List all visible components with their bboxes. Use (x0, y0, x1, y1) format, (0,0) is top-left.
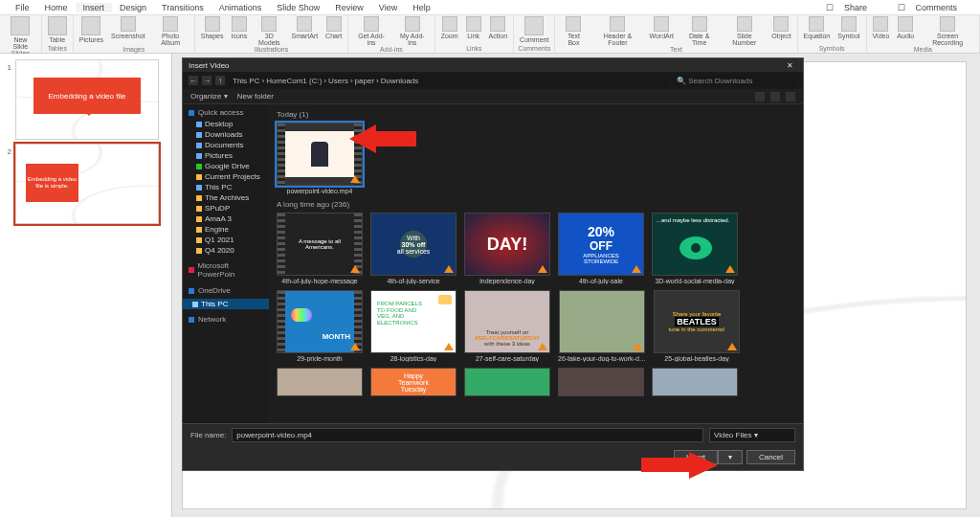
help-icon[interactable] (786, 92, 795, 101)
nav-forward-button[interactable]: → (202, 76, 212, 85)
action-button[interactable]: Action (487, 16, 509, 39)
file-type-filter[interactable]: Video Files ▾ (709, 428, 795, 442)
tab-animations[interactable]: Animations (212, 3, 270, 12)
sidebar-powerpoint[interactable]: Microsoft PowerPoin (183, 259, 269, 281)
icons-button[interactable]: Icons (229, 16, 249, 39)
tab-insert[interactable]: Insert (76, 3, 113, 12)
table-button[interactable]: Table (46, 16, 69, 43)
video-button[interactable]: Video (871, 16, 892, 39)
share-button[interactable]: ☐ Share (818, 3, 882, 12)
sidebar-item-desktop[interactable]: Desktop (183, 119, 269, 129)
breadcrumb[interactable]: This PC› HomeCom1 (C:)› Users› paper› Do… (229, 75, 669, 87)
tab-view[interactable]: View (371, 3, 405, 12)
view-icon[interactable] (755, 92, 765, 101)
file-tile[interactable]: Treat yourself on#SELFCARESATURDAYwith t… (464, 290, 550, 362)
textbox-button[interactable]: Text Box (559, 16, 588, 46)
screen-recording-button[interactable]: Screen Recording (920, 16, 975, 46)
annotation-arrow-file (349, 124, 416, 153)
sidebar-item-archives[interactable]: The Archives (183, 192, 269, 203)
tab-home[interactable]: Home (37, 3, 76, 12)
nav-up-button[interactable]: ↑ (215, 76, 225, 85)
dialog-sidebar: Quick access Desktop Downloads Documents… (183, 104, 269, 423)
sidebar-onedrive[interactable]: OneDrive (183, 284, 269, 297)
slide-thumbnail-1[interactable]: Embedding a video file (15, 59, 159, 140)
view-large-icon[interactable] (770, 92, 780, 101)
audio-button[interactable]: Audio (895, 16, 916, 39)
sidebar-item-pictures[interactable]: Pictures (183, 150, 269, 161)
file-tile[interactable]: Happy Teamwork Tuesday (370, 368, 457, 396)
sidebar-item-q1[interactable]: Q1 2021 (183, 235, 269, 245)
quick-access-header[interactable]: Quick access (183, 106, 269, 119)
slide-number-button[interactable]: Slide Number (723, 16, 766, 46)
insert-dropdown-button[interactable]: ▾ (718, 450, 743, 464)
sidebar-item-documents[interactable]: Documents (183, 140, 269, 150)
file-tile[interactable] (558, 368, 644, 396)
file-tile[interactable]: MONTH29-pride-month (277, 290, 363, 362)
file-tile[interactable]: 20%OFFAPPLIANCESSTOREWIDE4th-of-july-sal… (558, 213, 644, 284)
comments-button[interactable]: ☐ Comments (890, 3, 972, 12)
screenshot-button[interactable]: Screenshot (109, 16, 146, 39)
sidebar-item-spudp[interactable]: SPuDP (183, 203, 269, 214)
section-old: A long time ago (236) (277, 200, 795, 209)
date-time-button[interactable]: Date & Time (679, 16, 719, 46)
tab-slideshow[interactable]: Slide Show (269, 3, 327, 12)
photo-album-button[interactable]: Photo Album (151, 16, 190, 46)
tab-help[interactable]: Help (405, 3, 438, 12)
insert-video-dialog: Insert Video ✕ ← → ↑ This PC› HomeCom1 (… (182, 57, 804, 471)
file-tile[interactable] (464, 368, 550, 396)
pictures-button[interactable]: Pictures (78, 16, 105, 43)
cancel-button[interactable]: Cancel (746, 450, 795, 464)
tab-file[interactable]: File (8, 3, 37, 12)
slide-2-text: Embedding a video file is simple. (26, 164, 78, 202)
sidebar-item-thispc-q[interactable]: This PC (183, 182, 269, 192)
file-tile[interactable] (652, 368, 738, 396)
new-slide-button[interactable]: New Slide (4, 16, 37, 50)
slide-thumbnails-panel: 1 Embedding a video file 2 Embedding a v… (0, 54, 172, 517)
header-footer-button[interactable]: Header & Footer (591, 16, 643, 46)
new-folder-button[interactable]: New folder (237, 92, 274, 101)
link-button[interactable]: Link (464, 16, 483, 39)
file-tile[interactable]: FROM PARCELSTO FOOD ANDVEG, ANDELECTRONI… (370, 290, 457, 362)
ribbon-tabs: File Home Insert Design Transitions Anim… (0, 0, 980, 15)
file-tile[interactable]: A message to all Americans.4th-of-july-h… (277, 213, 363, 284)
get-addins-button[interactable]: Get Add-ins (352, 16, 390, 46)
file-tile[interactable]: With30% offall services4th-of-july-servi… (370, 213, 457, 284)
dialog-titlebar: Insert Video ✕ (183, 58, 803, 72)
sidebar-item-gdrive[interactable]: Google Drive (183, 161, 269, 171)
object-button[interactable]: Object (769, 16, 792, 39)
symbol-button[interactable]: Symbol (835, 16, 861, 39)
wordart-button[interactable]: WordArt (647, 16, 676, 39)
sidebar-item-q4[interactable]: Q4 2020 (183, 245, 269, 256)
sidebar-item-engine[interactable]: Engine (183, 224, 269, 235)
file-tile[interactable]: Share your favoriteBEATLEStune in the co… (654, 290, 740, 362)
my-addins-button[interactable]: My Add-ins (394, 16, 431, 46)
organize-button[interactable]: Organize ▾ (190, 92, 228, 101)
sidebar-item-downloads[interactable]: Downloads (183, 129, 269, 140)
tab-transitions[interactable]: Transitions (154, 3, 212, 12)
sidebar-item-amaa[interactable]: AmaA 3 (183, 214, 269, 224)
file-tile[interactable]: DAY!independence-day (464, 213, 550, 284)
sidebar-item-projects[interactable]: Current Projects (183, 171, 269, 182)
chart-button[interactable]: Chart (323, 16, 344, 39)
sidebar-thispc[interactable]: This PC (183, 299, 269, 309)
3d-models-button[interactable]: 3D Models (253, 16, 285, 46)
sidebar-network[interactable]: Network (183, 313, 269, 326)
filename-input[interactable]: powerpoint-video.mp4 (232, 428, 703, 442)
file-tile[interactable]: 26-take-your-dog-to-work-day (558, 290, 646, 362)
file-tile[interactable] (277, 368, 363, 396)
tab-review[interactable]: Review (327, 3, 371, 12)
slide-thumbnail-2[interactable]: Embedding a video file is simple. (15, 144, 159, 224)
zoom-button[interactable]: Zoom (439, 16, 460, 39)
dialog-address-bar: ← → ↑ This PC› HomeCom1 (C:)› Users› pap… (183, 72, 803, 89)
close-icon[interactable]: ✕ (783, 61, 797, 70)
search-input[interactable]: 🔍 Search Downloads (673, 75, 797, 87)
slide-number: 2 (4, 144, 11, 224)
filename-label: File name: (190, 431, 226, 439)
equation-button[interactable]: Equation (802, 16, 833, 39)
file-tile[interactable]: ...and maybe less distracted.3D-world-so… (652, 213, 738, 284)
shapes-button[interactable]: Shapes (199, 16, 226, 39)
smartart-button[interactable]: SmartArt (289, 16, 320, 39)
tab-design[interactable]: Design (112, 3, 154, 12)
nav-back-button[interactable]: ← (189, 76, 198, 85)
comment-button[interactable]: Comment (518, 16, 550, 43)
